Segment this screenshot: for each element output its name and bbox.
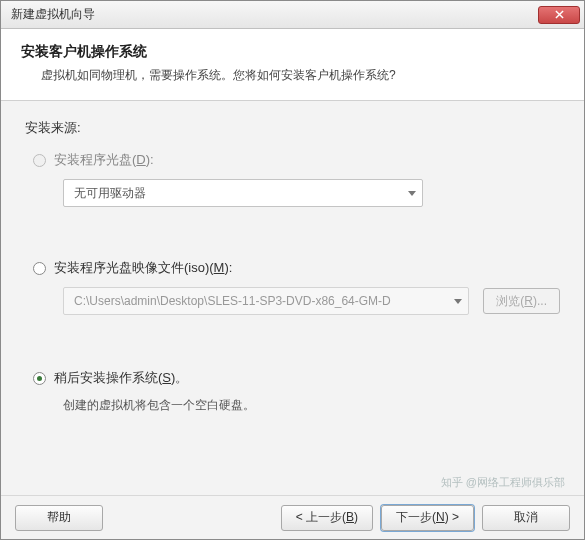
option-later-group: 稍后安装操作系统(S)。 创建的虚拟机将包含一个空白硬盘。	[25, 369, 560, 414]
iso-path-text: C:\Users\admin\Desktop\SLES-11-SP3-DVD-x…	[74, 294, 391, 308]
disc-drive-select[interactable]: 无可用驱动器	[63, 179, 423, 207]
watermark-text: 知乎 @网络工程师俱乐部	[441, 475, 565, 490]
option-iso-group: 安装程序光盘映像文件(iso)(M): C:\Users\admin\Deskt…	[25, 259, 560, 315]
option-disc-group: 安装程序光盘(D): 无可用驱动器	[25, 151, 560, 207]
header-subtitle: 虚拟机如同物理机，需要操作系统。您将如何安装客户机操作系统?	[21, 67, 564, 84]
iso-label-key: M	[214, 260, 225, 275]
window-title: 新建虚拟机向导	[11, 6, 95, 23]
next-button[interactable]: 下一步(N) >	[381, 505, 474, 531]
back-button[interactable]: < 上一步(B)	[281, 505, 373, 531]
radio-icon	[33, 262, 46, 275]
cancel-button[interactable]: 取消	[482, 505, 570, 531]
chevron-down-icon	[454, 299, 462, 304]
radio-install-later[interactable]: 稍后安装操作系统(S)。	[33, 369, 560, 387]
header-panel: 安装客户机操作系统 虚拟机如同物理机，需要操作系统。您将如何安装客户机操作系统?	[1, 29, 584, 101]
later-hint: 创建的虚拟机将包含一个空白硬盘。	[33, 397, 560, 414]
browse-button[interactable]: 浏览(R)...	[483, 288, 560, 314]
footer-bar: 帮助 < 上一步(B) 下一步(N) > 取消	[1, 495, 584, 539]
iso-label-pre: 安装程序光盘映像文件(iso)(	[54, 260, 214, 275]
radio-iso-file[interactable]: 安装程序光盘映像文件(iso)(M):	[33, 259, 560, 277]
iso-path-select[interactable]: C:\Users\admin\Desktop\SLES-11-SP3-DVD-x…	[63, 287, 469, 315]
later-label-key: S	[162, 370, 171, 385]
close-button[interactable]	[538, 6, 580, 24]
radio-installer-disc[interactable]: 安装程序光盘(D):	[33, 151, 560, 169]
wizard-window: 新建虚拟机向导 安装客户机操作系统 虚拟机如同物理机，需要操作系统。您将如何安装…	[0, 0, 585, 540]
close-icon	[555, 10, 564, 19]
later-label-pre: 稍后安装操作系统(	[54, 370, 162, 385]
disc-combo-text: 无可用驱动器	[74, 185, 146, 202]
radio-icon	[33, 154, 46, 167]
later-label-post: )。	[171, 370, 188, 385]
iso-label-post: ):	[224, 260, 232, 275]
disc-label-post: ):	[146, 152, 154, 167]
disc-label-key: D	[136, 152, 145, 167]
chevron-down-icon	[408, 191, 416, 196]
source-label: 安装来源:	[25, 119, 560, 137]
header-title: 安装客户机操作系统	[21, 43, 564, 61]
titlebar: 新建虚拟机向导	[1, 1, 584, 29]
help-button[interactable]: 帮助	[15, 505, 103, 531]
content-area: 安装来源: 安装程序光盘(D): 无可用驱动器 安装程序光盘映像文件(iso)(…	[1, 101, 584, 495]
disc-label-pre: 安装程序光盘(	[54, 152, 136, 167]
radio-icon	[33, 372, 46, 385]
